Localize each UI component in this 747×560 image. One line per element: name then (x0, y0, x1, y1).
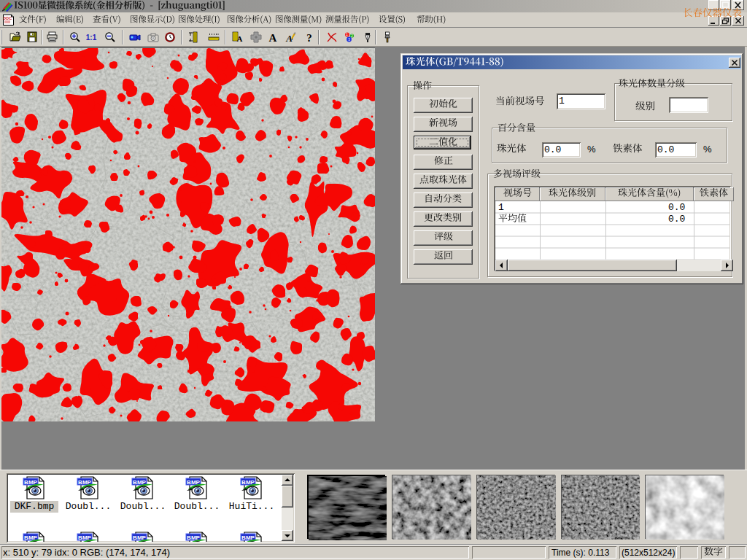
svg-text:?: ? (306, 32, 312, 44)
svg-text:A: A (237, 34, 243, 43)
svg-text:1:1: 1:1 (86, 34, 97, 42)
svg-text:DOC: DOC (3, 16, 12, 20)
svg-text:A: A (269, 32, 277, 44)
